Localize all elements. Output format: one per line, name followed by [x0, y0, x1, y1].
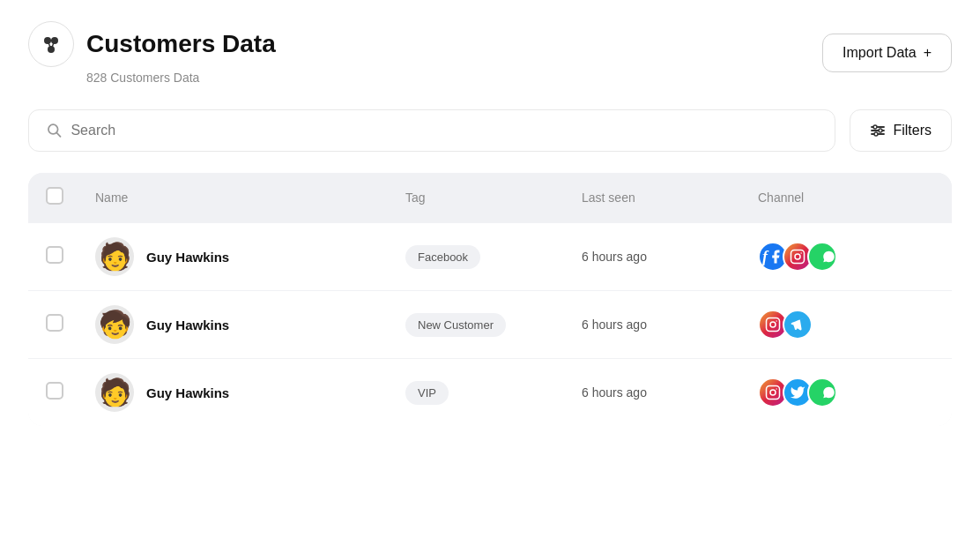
name-cell: 🧑 Guy Hawkins — [95, 237, 405, 276]
row-checkbox[interactable] — [46, 382, 63, 400]
channel-icons-cell — [758, 310, 934, 340]
whatsapp-channel-icon — [807, 242, 837, 272]
table-row[interactable]: 🧑 Guy Hawkins VIP 6 hours ago — [28, 358, 952, 426]
svg-point-18 — [770, 322, 776, 327]
header-left: Customers Data 828 Customers Data — [28, 21, 276, 85]
table-header-row: Name Tag Last seen Channel — [28, 173, 952, 222]
search-icon — [47, 123, 62, 138]
tag-cell: Facebook — [405, 245, 582, 269]
svg-rect-17 — [767, 318, 780, 332]
row-checkbox[interactable] — [46, 314, 63, 332]
svg-rect-14 — [791, 250, 805, 264]
telegram-channel-icon — [783, 310, 813, 340]
filters-label: Filters — [893, 123, 932, 138]
last-seen-cell: 6 hours ago — [582, 385, 758, 400]
svg-point-19 — [776, 320, 777, 322]
select-all-checkbox[interactable] — [46, 187, 63, 205]
avatar: 🧒 — [95, 305, 134, 344]
last-seen-column-header: Last seen — [582, 191, 758, 205]
tag-badge: Facebook — [405, 245, 480, 269]
row-checkbox-cell — [46, 246, 95, 267]
header-top: Customers Data — [28, 21, 276, 67]
customer-name: Guy Hawkins — [146, 385, 229, 400]
page-title: Customers Data — [86, 30, 276, 58]
table-row[interactable]: 🧒 Guy Hawkins New Customer 6 hours ago — [28, 290, 952, 358]
customers-table: Name Tag Last seen Channel 🧑 Guy Hawkins… — [28, 173, 952, 426]
tag-column-header: Tag — [405, 191, 582, 205]
import-data-button[interactable]: Import Data + — [822, 34, 952, 72]
import-data-label: Import Data — [843, 45, 917, 61]
customer-name: Guy Hawkins — [146, 318, 229, 333]
channel-icons-cell — [758, 377, 934, 407]
tag-cell: New Customer — [405, 313, 582, 337]
last-seen-cell: 6 hours ago — [582, 318, 758, 332]
search-input[interactable] — [71, 123, 817, 138]
channel-column-header: Channel — [758, 191, 934, 205]
svg-point-16 — [800, 252, 802, 254]
row-checkbox-cell — [46, 382, 95, 403]
svg-point-15 — [795, 254, 800, 259]
svg-rect-20 — [767, 386, 780, 400]
svg-point-13 — [874, 132, 878, 136]
customer-count-label: 828 Customers Data — [86, 71, 276, 85]
last-seen-cell: 6 hours ago — [582, 250, 758, 264]
name-cell: 🧒 Guy Hawkins — [95, 305, 405, 344]
customers-icon — [39, 32, 63, 56]
name-column-header: Name — [95, 191, 405, 205]
row-checkbox-cell — [46, 314, 95, 335]
svg-point-11 — [873, 125, 877, 129]
channel-icons-cell — [758, 242, 934, 272]
filters-icon — [870, 123, 886, 138]
whatsapp-channel-icon — [807, 377, 837, 407]
search-box[interactable] — [28, 109, 835, 152]
avatar: 🧑 — [95, 373, 134, 412]
name-cell: 🧑 Guy Hawkins — [95, 373, 405, 412]
avatar: 🧑 — [95, 237, 134, 276]
logo-circle — [28, 21, 74, 67]
table-row[interactable]: 🧑 Guy Hawkins Facebook 6 hours ago — [28, 222, 952, 290]
row-checkbox[interactable] — [46, 246, 63, 264]
customer-name: Guy Hawkins — [146, 250, 229, 265]
tag-badge: New Customer — [405, 313, 506, 337]
svg-line-7 — [56, 132, 60, 136]
svg-point-21 — [770, 390, 776, 395]
svg-point-22 — [776, 388, 777, 390]
page-header: Customers Data 828 Customers Data Import… — [28, 21, 952, 85]
tag-cell: VIP — [405, 381, 582, 405]
svg-point-12 — [879, 129, 882, 132]
filters-button[interactable]: Filters — [850, 109, 952, 152]
checkbox-header-cell — [46, 187, 95, 208]
plus-icon: + — [924, 45, 932, 61]
search-filter-row: Filters — [28, 109, 952, 152]
tag-badge: VIP — [405, 381, 449, 405]
